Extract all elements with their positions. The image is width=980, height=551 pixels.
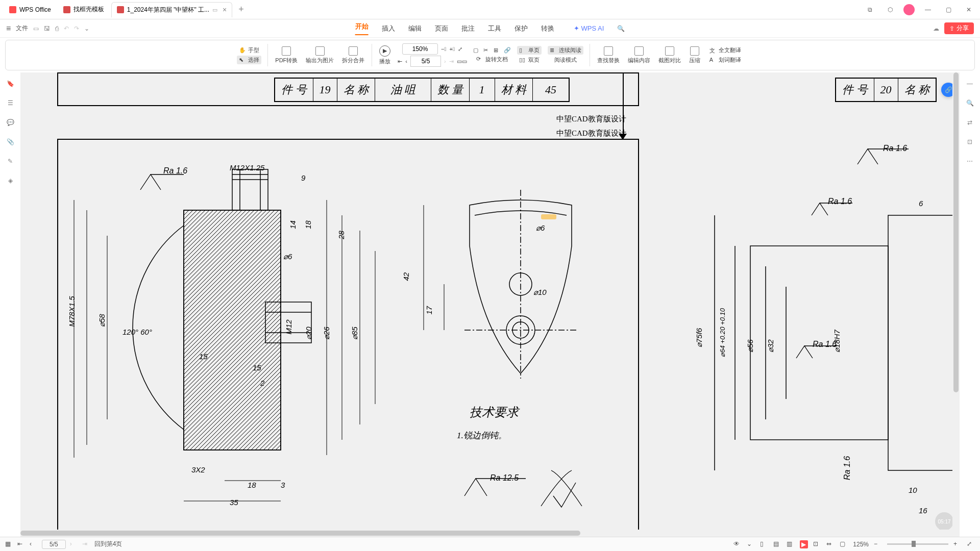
fit-width-sb-icon[interactable]: ⇔: [826, 540, 835, 548]
close-window-icon[interactable]: ✕: [962, 3, 976, 17]
tab-page[interactable]: 页面: [435, 24, 448, 33]
scroll-thumb-h[interactable]: [20, 531, 580, 536]
sb-next-icon[interactable]: ›: [70, 540, 78, 548]
fullscreen-icon[interactable]: ⤢: [967, 540, 975, 548]
user-avatar[interactable]: [903, 4, 915, 15]
print-icon[interactable]: ⎙: [55, 25, 59, 32]
search-menu-icon[interactable]: 🔍: [617, 25, 625, 32]
tab-menu-icon[interactable]: ▭: [212, 7, 217, 13]
fit-width-icon[interactable]: ⤢: [458, 46, 462, 53]
fit-page-icon[interactable]: ▢: [473, 47, 480, 54]
crop-icon[interactable]: ✂: [483, 47, 491, 54]
ruler-icon[interactable]: ⊞: [494, 47, 501, 54]
file-menu[interactable]: 文件: [16, 24, 28, 33]
edit-content-button[interactable]: 编辑内容: [625, 45, 653, 65]
rotate-button[interactable]: ⟳旋转文档: [474, 55, 510, 64]
zoom-out-sb-icon[interactable]: −: [874, 540, 882, 548]
view-double-icon[interactable]: ▥: [787, 540, 795, 548]
next-page-icon[interactable]: ›: [444, 58, 446, 64]
back-page-link[interactable]: 回到第4页: [94, 540, 122, 548]
transfer-icon[interactable]: ⇄: [965, 117, 975, 128]
time-badge[interactable]: 05:17: [935, 512, 953, 531]
zoom-thumb[interactable]: [912, 541, 916, 547]
attachment-icon[interactable]: 📎: [5, 137, 15, 147]
vertical-scrollbar[interactable]: [952, 72, 960, 530]
tab-tools[interactable]: 工具: [488, 24, 501, 33]
share-button[interactable]: ⇪ 分享: [944, 22, 974, 34]
thumbnail-icon[interactable]: ▦: [5, 540, 13, 548]
tab-convert[interactable]: 转换: [541, 24, 554, 33]
last-page-icon[interactable]: ⇥: [449, 58, 454, 65]
sb-last-icon[interactable]: ⇥: [82, 540, 90, 548]
sb-page-indicator[interactable]: 5/5: [42, 540, 66, 549]
view-play-icon[interactable]: ▶: [800, 540, 808, 548]
split-merge-button[interactable]: 拆分合并: [339, 45, 368, 65]
play-button[interactable]: ▶播放: [376, 44, 394, 66]
sb-prev-icon[interactable]: ‹: [30, 540, 38, 548]
export-image-button[interactable]: 输出为图片: [303, 45, 337, 65]
full-translate-button[interactable]: 文全文翻译: [707, 46, 743, 55]
cloud-icon[interactable]: ☁: [933, 25, 939, 32]
zoom-input[interactable]: [402, 43, 438, 55]
package-icon[interactable]: ⬡: [883, 3, 897, 17]
maximize-icon[interactable]: ▢: [941, 3, 955, 17]
wps-ai-button[interactable]: ✦ WPS AI: [574, 24, 604, 32]
save-icon[interactable]: 🖫: [44, 25, 50, 32]
comment-icon[interactable]: 💬: [5, 117, 15, 128]
sb-first-icon[interactable]: ⇤: [17, 540, 26, 548]
undo-icon[interactable]: ↶: [64, 25, 69, 32]
view-single-icon[interactable]: ▯: [760, 540, 768, 548]
horizontal-scrollbar[interactable]: [20, 530, 953, 537]
signature-icon[interactable]: ✎: [5, 156, 15, 166]
continuous-button[interactable]: ≣连续阅读: [548, 46, 583, 55]
tab-template[interactable]: 找框壳模板: [58, 2, 109, 17]
link-icon[interactable]: 🔗: [504, 47, 511, 54]
open-icon[interactable]: ▭: [33, 25, 39, 32]
word-translate-button[interactable]: A划词翻译: [707, 56, 743, 64]
collapse-icon[interactable]: —: [965, 79, 975, 89]
scroll-thumb-v[interactable]: [953, 72, 959, 392]
double-page-button[interactable]: ▯▯双页: [517, 56, 542, 64]
outline-icon[interactable]: ☰: [5, 98, 15, 108]
layers-icon[interactable]: ◈: [5, 176, 15, 186]
add-tab-button[interactable]: +: [234, 4, 248, 15]
tab-wps-office[interactable]: WPS Office: [4, 2, 56, 17]
select-tool[interactable]: ⬉选择: [237, 56, 261, 64]
hamburger-icon[interactable]: ≡: [6, 24, 11, 33]
tab-comment[interactable]: 批注: [461, 24, 475, 33]
fit-icon[interactable]: ⊡: [965, 137, 975, 147]
document-viewport[interactable]: 件 号 19 名 称 油 咀 数 量 1 材 料 45 件 号 20 名 称 中…: [20, 72, 960, 537]
tab-start[interactable]: 开始: [355, 22, 369, 35]
sb-dropdown-icon[interactable]: ⌄: [747, 540, 755, 548]
zoom-out-icon[interactable]: −⃝: [441, 46, 446, 52]
minimize-icon[interactable]: —: [921, 3, 935, 17]
page-input[interactable]: [410, 56, 441, 67]
prev-page-icon[interactable]: ‹: [405, 58, 407, 64]
compare-button[interactable]: 截图对比: [655, 45, 684, 65]
tab-edit[interactable]: 编辑: [408, 24, 422, 33]
zoom-in-sb-icon[interactable]: +: [953, 540, 962, 548]
tab-insert[interactable]: 插入: [382, 24, 395, 33]
redo-icon[interactable]: ↷: [74, 25, 79, 32]
book-view-icon[interactable]: ▭▭: [457, 58, 467, 65]
pdf-convert-button[interactable]: PDF转换: [272, 45, 301, 65]
search-side-icon[interactable]: 🔍: [965, 98, 975, 108]
eye-icon[interactable]: 👁: [733, 540, 742, 548]
tab-protect[interactable]: 保护: [514, 24, 528, 33]
compress-button[interactable]: 压缩: [686, 45, 703, 65]
hand-tool[interactable]: ✋手型: [237, 46, 261, 55]
find-replace-button[interactable]: 查找替换: [594, 45, 623, 65]
fit-screen-icon[interactable]: ⊡: [813, 540, 821, 548]
zoom-in-icon[interactable]: +⃝: [450, 46, 455, 52]
close-tab-icon[interactable]: ×: [223, 6, 227, 14]
quick-dropdown-icon[interactable]: ⌄: [84, 25, 89, 32]
view-continuous-icon[interactable]: ▤: [773, 540, 781, 548]
zoom-slider[interactable]: [887, 543, 948, 545]
window-copy-icon[interactable]: ⧉: [863, 3, 877, 17]
read-mode-button[interactable]: 阅读模式: [552, 56, 579, 64]
bookmark-icon[interactable]: 🔖: [5, 79, 15, 89]
single-page-button[interactable]: ▯单页: [517, 46, 542, 55]
first-page-icon[interactable]: ⇤: [398, 58, 402, 65]
actual-size-icon[interactable]: ▢: [840, 540, 848, 548]
more-icon[interactable]: ⋯: [965, 156, 975, 166]
